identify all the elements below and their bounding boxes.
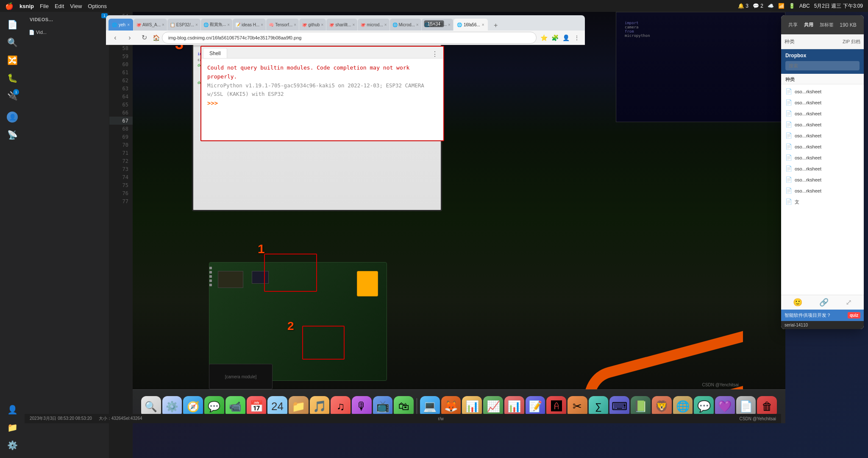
menu-view[interactable]: View xyxy=(70,3,82,9)
shell-prompt[interactable]: >>> xyxy=(207,98,437,108)
back-button[interactable]: ‹ xyxy=(109,32,121,44)
bookmark-icon[interactable]: ⭐ xyxy=(539,33,548,42)
debug-icon[interactable]: 🐛 xyxy=(4,70,21,87)
line-68: 68 xyxy=(109,125,133,133)
file-name-1: oso...rksheet xyxy=(795,100,821,105)
home-button[interactable]: 🏠 xyxy=(153,34,159,41)
folder-icon[interactable]: 📁 xyxy=(4,419,21,436)
menu-file[interactable]: File xyxy=(40,3,49,9)
list-item-wen[interactable]: 📄 文 xyxy=(781,196,864,207)
step-2-label: 2 xyxy=(287,319,294,333)
datetime: 5月2日 週三 下午3:09 xyxy=(814,3,863,10)
file-name-2: oso...rksheet xyxy=(795,111,821,116)
file-icon: 📄 xyxy=(785,176,792,183)
input-method[interactable]: ABC xyxy=(799,3,810,9)
tab-tensorflow[interactable]: 🧠Tensorf...× xyxy=(266,19,299,31)
shell-tab[interactable]: Shell xyxy=(203,48,227,58)
shell-error-text: Could not query builtin modules. Code co… xyxy=(207,64,437,81)
url-bar[interactable]: img-blog.csdnimg.cn/16fa561067574c70b4e3… xyxy=(162,32,537,44)
tab-esp32[interactable]: 📋ESP32/...× xyxy=(167,19,200,31)
app-name: ksnip xyxy=(19,3,34,9)
size-info: 大小：43264Sel:43264 xyxy=(99,416,142,422)
orange-cable xyxy=(497,304,743,389)
file-icon: 📄 xyxy=(785,121,792,128)
battery-icon[interactable]: 🔋 xyxy=(789,3,795,9)
panel-dropbox-btn[interactable]: 共用 xyxy=(804,22,813,28)
wifi-icon[interactable]: 📶 xyxy=(778,3,785,9)
tab-sharilt[interactable]: 🐙sharillt...× xyxy=(326,19,357,31)
tab-yeh-favicon: 🌐 xyxy=(112,22,117,27)
panel-share-btn[interactable]: 共享 xyxy=(788,22,798,28)
tab-yeh-label: yeh xyxy=(119,22,125,27)
panel-add-btn[interactable]: 加标签 xyxy=(820,22,834,28)
list-item[interactable]: 📄 oso...rksheet xyxy=(781,108,864,119)
user-icon[interactable]: 👤 xyxy=(4,401,21,418)
ai-chat-badge[interactable]: quiz xyxy=(848,312,860,318)
list-item[interactable]: 📄 oso...rksheet xyxy=(781,174,864,185)
extensions-icon[interactable]: 🔌 1 xyxy=(4,87,21,104)
line-66: 66 xyxy=(109,109,133,117)
new-tab-button[interactable]: + xyxy=(491,20,501,31)
serial-port-label: serial-14110 xyxy=(785,323,808,327)
search-icon[interactable]: 🔍 xyxy=(4,34,21,51)
tab-fish[interactable]: 🌐觀賞魚...× xyxy=(201,19,232,31)
list-item[interactable]: 📄 oso...rksheet xyxy=(781,152,864,163)
right-panel-toolbar: 种类 ZIP 归档 xyxy=(781,34,864,49)
tab-ideas[interactable]: 📝ideas H...× xyxy=(233,19,266,31)
list-item[interactable]: 📄 oso...rksheet xyxy=(781,141,864,152)
explorer-icon[interactable]: 📄 xyxy=(4,16,21,33)
smile-icon[interactable]: 🙂 xyxy=(793,298,802,307)
list-item[interactable]: 📄 oso...rksheet xyxy=(781,163,864,174)
line-60: 60 xyxy=(109,60,133,68)
file-name-8: oso...rksheet xyxy=(795,177,821,182)
apple-menu[interactable]: 🍎 xyxy=(5,2,14,10)
dropbox-search-input[interactable] xyxy=(785,61,860,70)
user-profile-icon[interactable]: 👤 xyxy=(561,33,570,42)
file-icon: 📄 xyxy=(785,88,792,95)
messages-icon[interactable]: 💬 2 xyxy=(753,3,763,9)
list-item[interactable]: 📄 oso...rksheet xyxy=(781,130,864,141)
tab-yeh-close[interactable]: × xyxy=(127,22,130,27)
line-75: 75 xyxy=(109,181,133,189)
line-58: 58 xyxy=(109,44,133,52)
refresh-button[interactable]: ↻ xyxy=(138,32,150,44)
file-name-5: oso...rksheet xyxy=(795,144,821,149)
file-name-7: oso...rksheet xyxy=(795,166,821,171)
shell-menu-button[interactable]: ⋮ xyxy=(431,50,442,58)
more-options-icon[interactable]: ⋮ xyxy=(572,33,581,42)
right-panel-header: 共享 共用 加标签 190 KB xyxy=(781,15,864,34)
expand-icon[interactable]: ⤢ xyxy=(846,298,852,307)
csdn-watermark: CSDN @Yenchitsai xyxy=(702,383,739,387)
tab-microd1[interactable]: 🐙microd...× xyxy=(358,19,389,31)
extensions-browser-icon[interactable]: 🧩 xyxy=(550,33,559,42)
list-item[interactable]: 📄 oso...rksheet xyxy=(781,119,864,130)
forward-button[interactable]: › xyxy=(124,32,136,44)
line-62: 62 xyxy=(109,76,133,84)
file-icon: 📄 xyxy=(785,198,792,205)
link-icon[interactable]: 🔗 xyxy=(819,298,829,307)
tab-microd2[interactable]: 🌐Microd...× xyxy=(390,19,421,31)
tab-github[interactable]: 🐙github× xyxy=(299,19,326,31)
icloud-icon[interactable]: ☁️ xyxy=(768,3,774,9)
tab-aws[interactable]: 🐙AWS_A...× xyxy=(134,19,167,31)
timestamp-label: 2023年3月3日 08:53:20 08:53:20 xyxy=(30,416,92,422)
avatar-icon[interactable]: 👤 xyxy=(4,109,21,126)
tab-yeh[interactable]: 🌐 yeh × xyxy=(108,19,133,31)
list-item[interactable]: 📄 oso...rksheet xyxy=(781,86,864,97)
list-item[interactable]: 📄 oso...rksheet xyxy=(781,97,864,108)
file-name-0: oso...rksheet xyxy=(795,89,821,94)
file-tree-item[interactable]: 📄 Vid... xyxy=(29,28,105,36)
file-name-wen: 文 xyxy=(795,199,799,205)
remote-icon[interactable]: 📡 xyxy=(4,126,21,143)
git-icon[interactable]: 🔀 xyxy=(4,52,21,69)
shell-terminal-overlay: Shell ⋮ Could not query builtin modules.… xyxy=(200,46,444,141)
list-item[interactable]: 📄 oso...rksheet xyxy=(781,185,864,196)
desktop: 📄 🔍 🔀 🐛 🔌 1 👤 📡 👤 📁 ⚙️ VideoS... 📄 Vid..… xyxy=(0,12,868,458)
tab-active[interactable]: 🌐16fa56...× xyxy=(453,19,488,31)
menu-options[interactable]: Options xyxy=(88,3,107,9)
notification-bell[interactable]: 🔔 3 xyxy=(738,3,748,9)
gear-icon[interactable]: ⚙️ xyxy=(4,437,21,454)
menu-edit[interactable]: Edit xyxy=(55,3,64,9)
line-64: 64 xyxy=(109,92,133,101)
vscode-explorer-panel: VideoS... 📄 Vid... 1 xyxy=(25,12,109,458)
